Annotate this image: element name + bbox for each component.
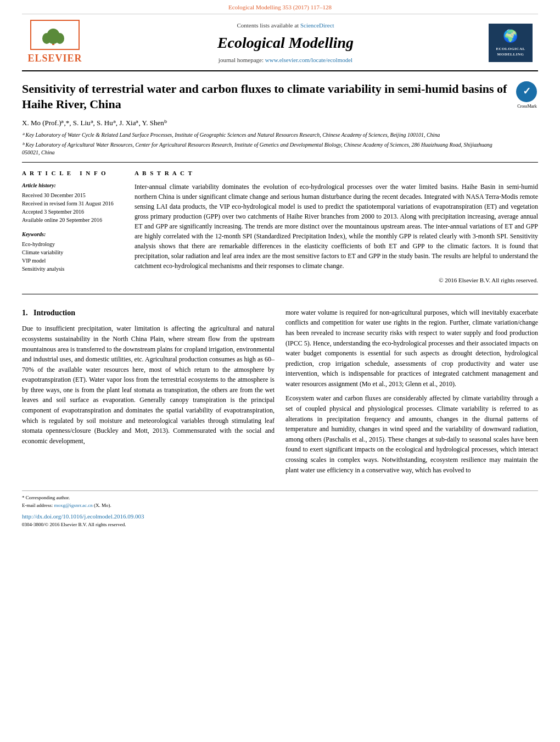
keyword-4: Sensitivity analysis [22, 265, 124, 273]
journal-title-block: Contents lists available at ScienceDirec… [88, 21, 483, 64]
eco-modelling-logo: 🌍 ECOLOGICAL MODELLING [489, 24, 533, 62]
article-history: Article history: Received 30 December 20… [22, 182, 124, 224]
email-name: (X. Mo). [94, 503, 111, 508]
section-divider [22, 294, 538, 294]
keyword-1: Eco-hydrology [22, 240, 124, 248]
intro-left-column: 1. Introduction Due to insufficient prec… [22, 308, 275, 480]
elsevier-tree-icon [36, 24, 74, 46]
abstract-text: Inter-annual climate variability dominat… [135, 182, 538, 271]
history-label: Article history: [22, 182, 124, 189]
available-date: Available online 20 September 2016 [22, 216, 124, 224]
article-abstract: A B S T R A C T Inter-annual climate var… [135, 169, 538, 285]
contents-text: Contents lists available at [237, 22, 299, 29]
received-date: Received 30 December 2015 [22, 191, 124, 199]
affiliation-b: ᵇ Key Laboratory of Agricultural Water R… [22, 141, 508, 157]
issn-text: 0304-3800/© 2016 Elsevier B.V. All right… [22, 522, 126, 527]
email-label: E-mail address: [22, 503, 53, 508]
globe-icon: 🌍 [503, 28, 518, 45]
doi-link[interactable]: http://dx.doi.org/10.1016/j.ecolmodel.20… [22, 513, 144, 520]
section-title: 1. Introduction [22, 308, 275, 319]
journal-header: ELSEVIER Contents lists available at Sci… [22, 14, 538, 71]
paper-title: Sensitivity of terrestrial water and car… [22, 81, 508, 113]
footer-note: * Corresponding author. E-mail address: … [22, 494, 538, 509]
eco-logo-line2: MODELLING [497, 52, 524, 58]
email-link[interactable]: moxg@igsnrr.ac.cn [54, 503, 92, 508]
article-body: A R T I C L E I N F O Article history: R… [22, 162, 538, 285]
elsevier-logo: ELSEVIER [22, 20, 88, 65]
paper-footer: * Corresponding author. E-mail address: … [22, 490, 538, 528]
affiliation-a: ᵃ Key Laboratory of Water Cycle & Relate… [22, 131, 508, 139]
accepted-date: Accepted 3 September 2016 [22, 208, 124, 216]
homepage-line: journal homepage: www.elsevier.com/locat… [88, 56, 483, 64]
footer-doi: http://dx.doi.org/10.1016/j.ecolmodel.20… [22, 512, 538, 521]
svg-point-2 [42, 33, 51, 44]
eco-logo-line1: ECOLOGICAL [496, 47, 525, 52]
authors: X. Mo (Prof.)ᵃ,*, S. Liuᵃ, S. Huᵃ, J. Xi… [22, 118, 508, 128]
keywords-group: Keywords: Eco-hydrology Climate variabil… [22, 231, 124, 273]
journal-ref-text: Ecological Modelling 353 (2017) 117–128 [228, 4, 332, 10]
abstract-heading: A B S T R A C T [135, 169, 538, 177]
paper-header: Sensitivity of terrestrial water and car… [22, 71, 538, 162]
section-number: 1. [22, 309, 28, 317]
journal-reference: Ecological Modelling 353 (2017) 117–128 [22, 0, 538, 14]
copyright-text: © 2016 Elsevier B.V. All rights reserved… [135, 276, 538, 284]
keyword-3: VIP model [22, 256, 124, 265]
paper-title-block: Sensitivity of terrestrial water and car… [22, 81, 508, 157]
email-line: E-mail address: moxg@igsnrr.ac.cn (X. Mo… [22, 502, 538, 510]
homepage-url[interactable]: www.elsevier.com/locate/ecolmodel [265, 57, 352, 63]
section-name: Introduction [33, 309, 75, 317]
intro-para-2: more water volume is required for non-ag… [285, 308, 538, 389]
crossmark-label: CrossMark [516, 103, 538, 109]
keywords-label: Keywords: [22, 231, 124, 238]
journal-title: Ecological Modelling [88, 32, 483, 53]
crossmark-icon: ✓ [516, 81, 537, 102]
elsevier-logo-block: ELSEVIER [22, 20, 88, 65]
contents-line: Contents lists available at ScienceDirec… [88, 21, 483, 30]
intro-para-3: Ecosystem water and carbon fluxes are co… [285, 393, 538, 475]
footer-issn: 0304-3800/© 2016 Elsevier B.V. All right… [22, 521, 538, 529]
keyword-2: Climate variability [22, 248, 124, 256]
article-info: A R T I C L E I N F O Article history: R… [22, 169, 124, 285]
intro-para-1: Due to insufficient precipitation, water… [22, 323, 275, 446]
article-info-heading: A R T I C L E I N F O [22, 169, 124, 177]
crossmark-badge: ✓ CrossMark [516, 81, 538, 103]
intro-right-column: more water volume is required for non-ag… [285, 308, 538, 480]
corresponding-note: * Corresponding author. [22, 494, 538, 502]
homepage-text: journal homepage: [219, 57, 264, 63]
eco-logo-block: 🌍 ECOLOGICAL MODELLING [483, 24, 538, 62]
page-container: Ecological Modelling 353 (2017) 117–128 … [0, 0, 560, 545]
affiliations: ᵃ Key Laboratory of Water Cycle & Relate… [22, 131, 508, 157]
revised-date: Received in revised form 31 August 2016 [22, 199, 124, 208]
svg-point-3 [55, 33, 64, 44]
sciencedirect-link[interactable]: ScienceDirect [300, 22, 334, 29]
elsevier-wordmark: ELSEVIER [27, 52, 82, 65]
elsevier-logo-box [30, 20, 80, 50]
introduction-section: 1. Introduction Due to insufficient prec… [22, 303, 538, 480]
